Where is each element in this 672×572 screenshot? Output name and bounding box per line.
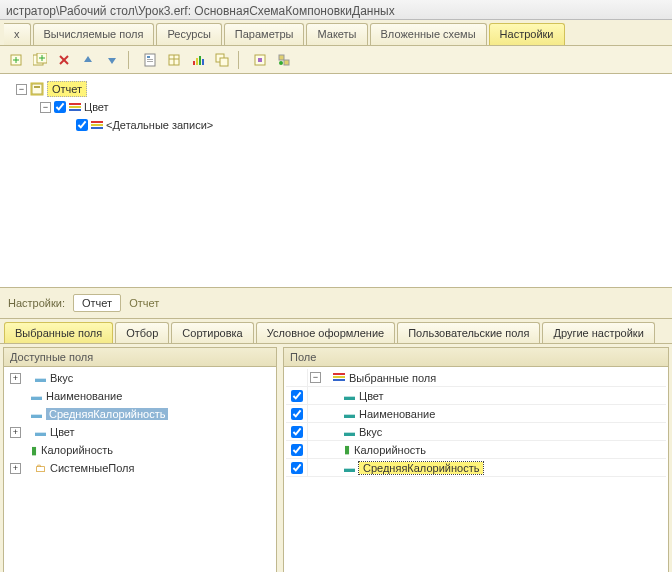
selected-fields-list[interactable]: −Выбранные поля ▬Цвет ▬Наименование ▬Вку… — [284, 367, 668, 572]
tool-report-icon[interactable] — [140, 50, 160, 70]
list-item-highlighted[interactable]: СредняяКалорийность — [359, 462, 483, 474]
list-item[interactable]: Вкус — [359, 426, 382, 438]
svg-point-25 — [279, 61, 283, 65]
expander-plus-icon[interactable]: + — [10, 463, 21, 474]
group-icon — [69, 103, 81, 112]
settings-bar: Настройки: Отчет Отчет — [0, 288, 672, 319]
list-item[interactable]: Наименование — [359, 408, 435, 420]
field-checkbox[interactable] — [291, 408, 303, 420]
main-tab-row: х Вычисляемые поля Ресурсы Параметры Мак… — [0, 20, 672, 46]
svg-rect-12 — [147, 61, 153, 62]
list-item[interactable]: Цвет — [359, 390, 384, 402]
list-item[interactable]: Наименование — [46, 390, 122, 402]
tool-table-icon[interactable] — [164, 50, 184, 70]
tool-wizard-icon[interactable] — [250, 50, 270, 70]
field-checkbox[interactable] — [291, 426, 303, 438]
tool-delete-icon[interactable] — [54, 50, 74, 70]
toolbar-separator — [128, 51, 134, 69]
field-icon: ▬ — [31, 390, 42, 402]
list-item[interactable]: Цвет — [50, 426, 75, 438]
group-icon — [91, 121, 103, 130]
toolbar-separator — [238, 51, 244, 69]
expander-minus-icon[interactable]: − — [16, 84, 27, 95]
svg-rect-17 — [196, 58, 198, 65]
tab-cut[interactable]: х — [4, 23, 31, 45]
svg-rect-27 — [32, 84, 42, 94]
expander-minus-icon[interactable]: − — [310, 372, 321, 383]
list-item[interactable]: СистемныеПоля — [50, 462, 134, 474]
svg-rect-18 — [199, 56, 201, 65]
sub-tab-row: Выбранные поля Отбор Сортировка Условное… — [0, 319, 672, 344]
expander-minus-icon[interactable]: − — [40, 102, 51, 113]
toolbar — [0, 46, 672, 74]
fields-split: Доступные поля +▬Вкус ▬Наименование ▬Сре… — [0, 344, 672, 572]
resource-icon: ▮ — [31, 444, 37, 457]
available-fields-list[interactable]: +▬Вкус ▬Наименование ▬СредняяКалорийност… — [4, 367, 276, 572]
field-icon: ▬ — [344, 408, 355, 420]
svg-rect-24 — [284, 60, 289, 65]
subtab-selected-fields[interactable]: Выбранные поля — [4, 322, 113, 343]
svg-rect-10 — [147, 56, 150, 58]
tool-chart-icon[interactable] — [188, 50, 208, 70]
list-item[interactable]: Калорийность — [354, 444, 426, 456]
tab-resources[interactable]: Ресурсы — [156, 23, 221, 45]
subtab-sort[interactable]: Сортировка — [171, 322, 253, 343]
tool-down-icon[interactable] — [102, 50, 122, 70]
subtab-user-fields[interactable]: Пользовательские поля — [397, 322, 540, 343]
tree-checkbox[interactable] — [54, 101, 66, 113]
list-item[interactable]: Калорийность — [41, 444, 113, 456]
selected-fields-header: Поле — [284, 348, 668, 367]
structure-tree: − Отчет − Цвет <Детальные записи> — [0, 74, 672, 288]
field-checkbox[interactable] — [291, 462, 303, 474]
resource-icon: ▮ — [344, 443, 350, 456]
expander-plus-icon[interactable]: + — [10, 373, 21, 384]
tree-node-detail-records[interactable]: <Детальные записи> — [106, 119, 213, 131]
field-checkbox[interactable] — [291, 390, 303, 402]
field-icon: ▬ — [344, 462, 355, 474]
selected-fields-panel: Поле −Выбранные поля ▬Цвет ▬Наименование… — [283, 347, 669, 572]
tab-nested-schemas[interactable]: Вложенные схемы — [370, 23, 487, 45]
field-icon: ▬ — [344, 390, 355, 402]
svg-rect-11 — [147, 59, 153, 60]
folder-icon: 🗀 — [35, 462, 46, 474]
svg-rect-21 — [220, 58, 228, 66]
group-icon — [333, 373, 345, 382]
tree-node-color[interactable]: Цвет — [84, 101, 109, 113]
tool-nested-icon[interactable] — [212, 50, 232, 70]
field-checkbox[interactable] — [291, 444, 303, 456]
expander-plus-icon[interactable]: + — [10, 427, 21, 438]
tab-layouts[interactable]: Макеты — [306, 23, 367, 45]
svg-rect-16 — [193, 61, 195, 65]
tab-settings[interactable]: Настройки — [489, 23, 565, 45]
list-item[interactable]: Вкус — [50, 372, 73, 384]
tool-up-icon[interactable] — [78, 50, 98, 70]
list-item-selected[interactable]: СредняяКалорийность — [46, 408, 168, 420]
field-icon: ▬ — [31, 408, 42, 420]
subtab-conditional-format[interactable]: Условное оформление — [256, 322, 395, 343]
report-icon — [30, 82, 44, 96]
tab-calculated-fields[interactable]: Вычисляемые поля — [33, 23, 155, 45]
svg-rect-28 — [34, 86, 40, 88]
tool-add2-icon[interactable] — [30, 50, 50, 70]
settings-scope-link[interactable]: Отчет — [129, 297, 159, 309]
settings-label: Настройки: — [8, 297, 65, 309]
tree-checkbox[interactable] — [76, 119, 88, 131]
window-title: истратор\Рабочий стол\Урок3.erf: Основна… — [0, 0, 672, 20]
tree-root-report[interactable]: Отчет — [47, 81, 87, 97]
svg-rect-19 — [202, 59, 204, 65]
tool-add-icon[interactable] — [6, 50, 26, 70]
tool-settings-icon[interactable] — [274, 50, 294, 70]
svg-rect-23 — [279, 55, 284, 60]
field-icon: ▬ — [35, 426, 46, 438]
selected-root[interactable]: Выбранные поля — [349, 372, 436, 384]
tab-parameters[interactable]: Параметры — [224, 23, 305, 45]
subtab-other-settings[interactable]: Другие настройки — [542, 322, 654, 343]
available-fields-header: Доступные поля — [4, 348, 276, 367]
subtab-filter[interactable]: Отбор — [115, 322, 169, 343]
field-icon: ▬ — [344, 426, 355, 438]
available-fields-panel: Доступные поля +▬Вкус ▬Наименование ▬Сре… — [3, 347, 277, 572]
field-icon: ▬ — [35, 372, 46, 384]
settings-scope-report-tab[interactable]: Отчет — [73, 294, 121, 312]
